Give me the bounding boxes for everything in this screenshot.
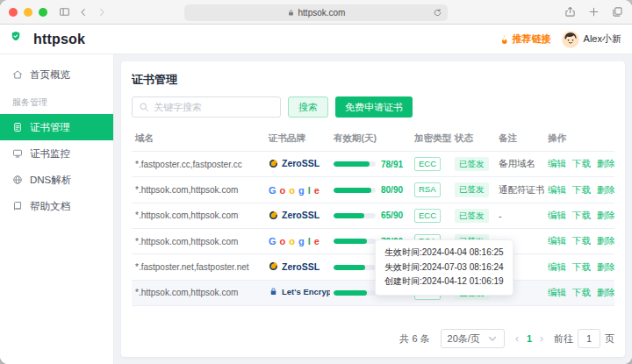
header-right: 推荐链接 Alex小新 (499, 31, 621, 48)
brand-google: Google (269, 236, 320, 246)
sidebar-item-cert-monitor[interactable]: 证书监控 (0, 140, 113, 167)
prev-page-button[interactable]: ‹ (515, 332, 519, 345)
zerossl-icon (269, 159, 278, 168)
app-logo: httpsok (11, 31, 85, 48)
apply-certificate-button[interactable]: 免费申请证书 (335, 96, 413, 118)
actions-cell: 编辑下载删除 (544, 152, 614, 177)
brand-letter: l (308, 236, 311, 246)
validity-progress-bar (334, 213, 376, 218)
brand-letter: g (298, 236, 305, 246)
pager: ‹ 1 › (515, 332, 543, 345)
brand-cell: Google (265, 177, 330, 203)
validity-days: 78/91 (381, 160, 403, 169)
domain-cell: *.fastposter.cc,fastposter.cc (132, 152, 265, 177)
validity-progress-bar (334, 239, 376, 244)
edit-link[interactable]: 编辑 (548, 261, 566, 272)
delete-link[interactable]: 删除 (597, 184, 614, 195)
column-header-2: 有效期(天) (330, 126, 411, 152)
table-row: *.httpsok.com,httpsok.comZeroSSL65/90ECC… (132, 203, 614, 228)
column-header-4: 状态 (451, 126, 495, 152)
sidebar-toggle-icon[interactable] (59, 6, 70, 18)
validity-progress-bar (334, 161, 376, 167)
close-window-button[interactable] (9, 8, 18, 17)
search-input[interactable] (154, 102, 274, 112)
goto-page-input[interactable] (578, 329, 600, 348)
delete-link[interactable]: 删除 (597, 287, 614, 297)
address-bar[interactable]: httpsok.com (184, 4, 448, 21)
download-link[interactable]: 下载 (572, 210, 591, 220)
tooltip-line: 失效时间:2024-07-03 08:16:24 (384, 261, 504, 275)
status-cell: 已签发 (451, 203, 495, 228)
browser-window: httpsok.com httpsok (0, 0, 632, 364)
status-badge: 已签发 (455, 157, 489, 171)
brand-letter: o (289, 185, 295, 196)
status-badge: 已签发 (455, 182, 489, 196)
brand-cell: ZeroSSL (265, 203, 330, 228)
content-card: 证书管理 搜索 免费申请证书 (121, 61, 625, 357)
back-icon[interactable] (78, 7, 89, 18)
brand-letter: o (289, 236, 295, 246)
goto-label: 前往 (554, 332, 573, 346)
delete-link[interactable]: 删除 (597, 235, 614, 246)
brand-cell: ZeroSSL (265, 152, 330, 177)
encryption-type-badge: ECC (414, 209, 441, 223)
encryption-type-cell: RSA (411, 177, 451, 203)
sidebar-item-cert-management[interactable]: 证书管理 (0, 114, 113, 140)
sidebar-item-label: DNS解析 (30, 174, 71, 187)
actions-cell: 编辑下载删除 (544, 254, 614, 280)
sidebar-item-label: 帮助文档 (30, 200, 70, 213)
validity-progress-bar (334, 290, 376, 296)
referral-label: 推荐链接 (513, 32, 551, 46)
toolbar: 搜索 免费申请证书 (132, 96, 614, 118)
delete-link[interactable]: 删除 (597, 158, 614, 168)
page-number-current[interactable]: 1 (527, 333, 532, 344)
download-link[interactable]: 下载 (572, 184, 591, 195)
next-page-button[interactable]: › (540, 332, 543, 345)
sidebar: 首页概览服务管理证书管理证书监控DNS解析帮助文档 (0, 54, 114, 364)
reload-icon[interactable] (433, 8, 442, 19)
brand-letter: G (269, 236, 276, 246)
edit-link[interactable]: 编辑 (548, 235, 566, 246)
download-link[interactable]: 下载 (572, 287, 591, 297)
zerossl-icon (269, 211, 278, 220)
browser-chrome: httpsok.com (0, 0, 632, 25)
page-size-select[interactable]: 20条/页 (441, 329, 505, 348)
download-link[interactable]: 下载 (572, 261, 591, 272)
share-icon[interactable] (564, 6, 576, 18)
tab-overview-icon[interactable] (612, 6, 623, 18)
domain-cell: *.httpsok.com,httpsok.com (132, 203, 265, 228)
brand-zerossl: ZeroSSL (269, 158, 320, 168)
delete-link[interactable]: 删除 (597, 210, 614, 220)
monitor-icon (12, 148, 23, 159)
edit-link[interactable]: 编辑 (548, 158, 566, 168)
delete-link[interactable]: 删除 (597, 261, 614, 272)
edit-link[interactable]: 编辑 (548, 184, 566, 195)
domain-cell: *.httpsok.com,httpsok.com (132, 229, 265, 254)
referral-link[interactable]: 推荐链接 (499, 32, 551, 46)
search-button[interactable]: 搜索 (288, 96, 328, 118)
zoom-window-button[interactable] (39, 8, 47, 17)
new-tab-icon[interactable] (588, 6, 600, 18)
actions-cell: 编辑下载删除 (544, 280, 614, 305)
encryption-type-badge: ECC (414, 157, 441, 171)
page-title: 证书管理 (132, 72, 614, 88)
forward-icon[interactable] (97, 7, 107, 18)
edit-link[interactable]: 编辑 (548, 210, 566, 220)
brand-label: ZeroSSL (282, 210, 320, 220)
validity-days: 80/90 (381, 185, 403, 195)
sidebar-item-help-docs[interactable]: 帮助文档 (0, 193, 113, 219)
letsencrypt-icon (269, 287, 278, 296)
download-link[interactable]: 下载 (572, 235, 591, 246)
minimize-window-button[interactable] (24, 8, 32, 17)
table-header-row: 域名证书品牌有效期(天)加密类型状态备注操作 (132, 126, 614, 152)
table-row: *.httpsok.com,httpsok.comGoogle80/90RSA已… (132, 177, 614, 203)
sidebar-item-home-overview[interactable]: 首页概览 (0, 61, 113, 88)
brand-let-s-encrypt: Let's Encrypt (269, 287, 330, 296)
user-menu[interactable]: Alex小新 (562, 31, 621, 48)
edit-link[interactable]: 编辑 (548, 287, 566, 297)
zerossl-icon (269, 261, 278, 271)
brand-label: ZeroSSL (282, 158, 320, 168)
sidebar-item-dns-resolve[interactable]: DNS解析 (0, 167, 113, 193)
download-link[interactable]: 下载 (572, 158, 591, 168)
app-name: httpsok (33, 32, 85, 47)
